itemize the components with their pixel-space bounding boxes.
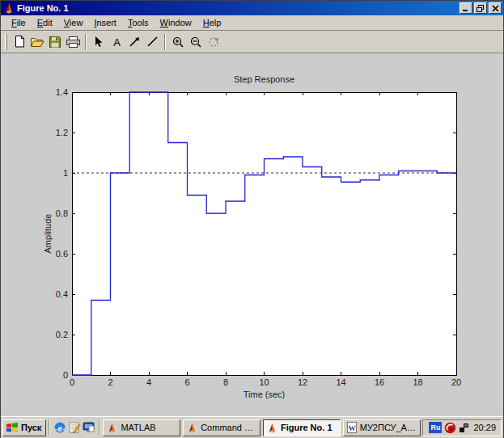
pointer-icon [95, 36, 104, 48]
show-desktop-icon[interactable] [82, 420, 96, 435]
y-tick-label: 1 [63, 168, 68, 178]
menu-item-help[interactable]: Help [197, 16, 227, 29]
task-buttons: MATLABCommand WindowFigure No. 1WМУ2ПСУ_… [103, 419, 422, 436]
zoom-in-button[interactable] [169, 33, 187, 50]
plot-title: Step Response [234, 74, 294, 84]
matlab-flame-icon [3, 2, 15, 14]
menu-item-view[interactable]: View [58, 16, 89, 29]
x-tick-label: 2 [108, 377, 112, 387]
x-tick-label: 12 [298, 377, 307, 387]
x-tick-label: 16 [375, 377, 384, 387]
task-button-command-window[interactable]: Command Window [183, 419, 260, 436]
x-tick-label: 10 [259, 377, 269, 387]
rotate-3d-button[interactable] [205, 33, 222, 50]
menu-item-insert[interactable]: Insert [88, 16, 122, 29]
windows-logo-icon [6, 422, 19, 433]
x-tick-label: 4 [146, 377, 151, 387]
close-icon [492, 5, 499, 12]
close-button[interactable] [489, 2, 502, 14]
x-tick-label: 18 [413, 377, 422, 387]
y-tick-label: 1.2 [56, 128, 68, 137]
system-tray: Ru 20:29 [422, 419, 502, 436]
start-button[interactable]: Пуск [2, 419, 46, 436]
y-tick-label: 0.4 [56, 289, 68, 299]
toolbar-grip[interactable] [5, 34, 7, 50]
y-tick-label: 1.4 [56, 87, 68, 97]
print-icon [66, 36, 80, 48]
arrow-tool-button[interactable] [125, 33, 143, 50]
title-bar[interactable]: Figure No. 1 [1, 1, 503, 15]
open-file-button[interactable] [28, 33, 46, 50]
toolbar-separator [85, 34, 87, 50]
language-indicator[interactable]: Ru [429, 422, 442, 433]
save-button[interactable] [46, 33, 64, 50]
menu-item-edit[interactable]: Edit [32, 16, 58, 29]
figure-canvas: 0246810121416182000.20.40.60.811.21.4Ste… [1, 53, 503, 416]
svg-text:e: e [58, 423, 63, 434]
minimize-button[interactable] [460, 2, 472, 14]
menu-bar: FileEditViewInsertToolsWindowHelp [1, 15, 503, 31]
figure-window: Figure No. 1 FileEditViewInsertToolsWind… [0, 0, 504, 438]
plot-area[interactable]: 0246810121416182000.20.40.60.811.21.4Ste… [1, 53, 504, 416]
save-floppy-icon [49, 36, 61, 48]
y-tick-label: 0.8 [56, 208, 68, 218]
taskbar-divider [99, 419, 100, 436]
outlook-express-icon[interactable] [67, 420, 82, 435]
arrow-annotation-icon [129, 36, 140, 47]
toolbar: A [1, 31, 503, 53]
restore-icon [476, 5, 485, 12]
display-icon[interactable] [459, 423, 469, 433]
taskbar-clock[interactable]: 20:29 [473, 423, 496, 432]
taskbar: Пуск e MATLABCommand [1, 416, 503, 438]
task-button-matlab[interactable]: MATLAB [103, 419, 180, 436]
line-tool-button[interactable] [143, 33, 161, 50]
window-title: Figure No. 1 [17, 3, 458, 13]
toolbar-separator [164, 34, 166, 50]
print-button[interactable] [64, 33, 82, 50]
text-tool-button[interactable]: A [108, 33, 125, 50]
x-tick-label: 20 [451, 377, 461, 387]
rotate-3d-icon [208, 36, 219, 48]
minimize-icon [462, 5, 470, 12]
y-tick-label: 0 [63, 370, 68, 380]
antivirus-icon[interactable] [444, 422, 456, 434]
menu-item-tools[interactable]: Tools [122, 16, 155, 29]
x-axis-label: Time (sec) [244, 390, 286, 399]
svg-text:W: W [348, 424, 355, 432]
svg-text:A: A [113, 36, 121, 47]
x-tick-label: 0 [70, 377, 74, 387]
line-icon [147, 36, 158, 47]
y-axis-label: Amplitude [43, 214, 53, 254]
x-tick-label: 14 [336, 377, 345, 387]
task-button-figure-no-1[interactable]: Figure No. 1 [263, 419, 341, 436]
y-tick-label: 0.2 [56, 330, 68, 339]
zoom-out-icon [190, 36, 201, 48]
y-tick-label: 0.6 [56, 249, 68, 259]
new-figure-button[interactable] [11, 33, 28, 50]
open-folder-icon [31, 36, 44, 47]
zoom-out-button[interactable] [187, 33, 205, 50]
x-tick-label: 6 [184, 377, 189, 387]
menu-item-file[interactable]: File [6, 16, 32, 29]
new-document-icon [15, 36, 25, 48]
pointer-tool-button[interactable] [90, 33, 108, 50]
menu-item-window[interactable]: Window [155, 16, 197, 29]
zoom-in-icon [172, 36, 184, 48]
taskbar-divider [49, 419, 50, 436]
text-a-icon: A [112, 36, 122, 47]
x-tick-label: 8 [223, 377, 228, 387]
restore-button[interactable] [474, 2, 487, 14]
internet-explorer-icon[interactable]: e [53, 420, 67, 435]
task-button-му2псу-аналсин-[interactable]: WМУ2ПСУ_АналСин... [343, 419, 421, 436]
start-label: Пуск [21, 423, 41, 432]
